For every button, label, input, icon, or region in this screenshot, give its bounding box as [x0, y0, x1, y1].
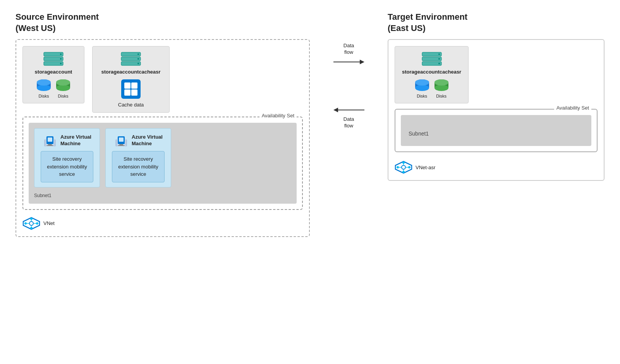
svg-rect-24 — [131, 89, 137, 96]
svg-point-68 — [408, 166, 410, 168]
arrow-right-svg — [333, 57, 364, 67]
svg-marker-50 — [333, 108, 338, 112]
arrow-left-svg — [333, 105, 364, 115]
svg-marker-48 — [360, 60, 364, 64]
cache-storage-name: storageaccountcacheasr — [101, 69, 160, 75]
target-storage-row: storageaccountcacheasr Disks — [395, 46, 598, 103]
cache-label: Cache data — [118, 102, 144, 108]
disk-label-1a: Disks — [39, 94, 49, 98]
svg-point-17 — [137, 53, 139, 55]
svg-point-55 — [438, 58, 440, 60]
svg-rect-36 — [118, 145, 125, 146]
storage-account-1: storageaccount Disks — [22, 46, 84, 103]
target-storage-account: storageaccountcacheasr Disks — [395, 46, 469, 103]
svg-point-70 — [402, 171, 405, 173]
disk-blue-1 — [36, 79, 52, 93]
svg-point-63 — [435, 85, 448, 91]
vm-card-2: Azure VirtualMachine Site recoveryextens… — [105, 128, 171, 187]
svg-point-66 — [402, 165, 405, 169]
svg-point-39 — [24, 222, 27, 225]
source-storage-row: storageaccount Disks — [22, 46, 303, 113]
svg-point-42 — [30, 227, 33, 229]
vm2-mobility-service: Site recoveryextension mobilityservice — [112, 151, 165, 182]
svg-point-19 — [137, 63, 139, 64]
svg-point-5 — [60, 63, 62, 64]
svg-point-4 — [60, 58, 62, 60]
server-icon-target — [421, 51, 442, 67]
data-flow-label-right: Dataflow — [343, 43, 354, 56]
source-vnet-row: VNet — [22, 217, 303, 230]
target-disk-label-a: Disks — [417, 94, 427, 98]
vnet-icon-source — [22, 217, 40, 230]
vnet-icon-target — [395, 161, 412, 174]
server-icon-2 — [120, 51, 141, 67]
svg-point-13 — [56, 79, 70, 86]
vm-header-2: Azure VirtualMachine — [114, 133, 163, 148]
svg-point-56 — [438, 63, 440, 64]
svg-rect-30 — [46, 145, 53, 146]
vm-header-1: Azure VirtualMachine — [43, 133, 91, 148]
disk-label-1b: Disks — [58, 94, 69, 98]
disks-row-1: Disks Disks — [36, 79, 71, 98]
target-env-title: Target Environment(East US) — [388, 12, 605, 34]
target-outer-region: storageaccountcacheasr Disks — [388, 39, 605, 181]
data-flow-left: Dataflow — [333, 105, 364, 129]
svg-rect-34 — [119, 137, 124, 142]
azure-vm-icon-2 — [114, 133, 129, 148]
svg-rect-22 — [131, 82, 137, 89]
svg-point-3 — [60, 53, 62, 55]
disk-green-1 — [55, 79, 71, 93]
source-availability-set-label: Availability Set — [259, 113, 297, 118]
svg-point-64 — [435, 79, 448, 86]
svg-point-69 — [402, 161, 405, 164]
svg-point-8 — [37, 85, 51, 91]
svg-point-40 — [36, 222, 38, 225]
data-flow-right: Dataflow — [333, 43, 364, 67]
source-subnet-label: Subnet1 — [34, 193, 52, 198]
vm1-title: Azure VirtualMachine — [60, 134, 91, 147]
svg-rect-20 — [121, 79, 141, 99]
cache-icon — [120, 79, 141, 100]
target-subnet-box: Subnet1 — [401, 115, 591, 146]
svg-rect-28 — [48, 137, 52, 142]
target-disk-green — [434, 79, 449, 93]
svg-point-59 — [415, 85, 429, 91]
source-env-title: Source Environment(West US) — [15, 12, 310, 34]
vm1-mobility-service: Site recoveryextension mobilityservice — [41, 151, 93, 182]
server-icon-1 — [43, 51, 64, 67]
source-vnet-label: VNet — [43, 220, 55, 226]
svg-rect-35 — [119, 144, 123, 145]
target-subnet-label: Subnet1 — [409, 130, 584, 137]
vms-row: Azure VirtualMachine Site recoveryextens… — [34, 128, 291, 187]
target-environment: Target Environment(East US) storageaccou… — [388, 12, 605, 181]
target-vnet-label: VNet-asr — [416, 165, 435, 170]
vm-card-1: Azure VirtualMachine Site recoveryextens… — [34, 128, 100, 187]
source-environment: Source Environment(West US) s — [15, 12, 310, 237]
svg-rect-23 — [124, 89, 131, 96]
azure-vm-icon-1 — [43, 133, 57, 148]
svg-rect-21 — [124, 82, 131, 89]
target-storage-name: storageaccountcacheasr — [402, 69, 461, 75]
target-availability-set-label: Availability Set — [554, 105, 591, 111]
data-flow-label-left: Dataflow — [343, 116, 354, 129]
diagram-wrapper: Source Environment(West US) s — [12, 8, 608, 241]
source-availability-set: Availability Set — [22, 117, 303, 210]
svg-point-41 — [30, 218, 33, 220]
svg-point-12 — [56, 85, 70, 91]
target-vnet-row: VNet-asr — [395, 161, 598, 174]
svg-point-67 — [397, 166, 399, 168]
svg-point-18 — [137, 58, 139, 60]
source-outer-region: storageaccount Disks — [15, 39, 310, 237]
source-subnet-box: Azure VirtualMachine Site recoveryextens… — [29, 123, 297, 204]
target-disk-label-b: Disks — [436, 94, 447, 98]
svg-rect-29 — [48, 144, 52, 145]
svg-point-60 — [415, 79, 429, 86]
svg-point-38 — [29, 221, 33, 225]
storage-account-1-name: storageaccount — [35, 69, 72, 75]
storage-account-cache: storageaccountcacheasr Cache data — [92, 46, 170, 113]
data-flow-arrows: Dataflow Dataflow — [333, 12, 364, 129]
target-disks-row: Disks Disks — [414, 79, 449, 98]
svg-point-54 — [438, 53, 440, 55]
target-availability-set: Availability Set Subnet1 — [395, 109, 598, 152]
svg-point-9 — [37, 79, 51, 86]
